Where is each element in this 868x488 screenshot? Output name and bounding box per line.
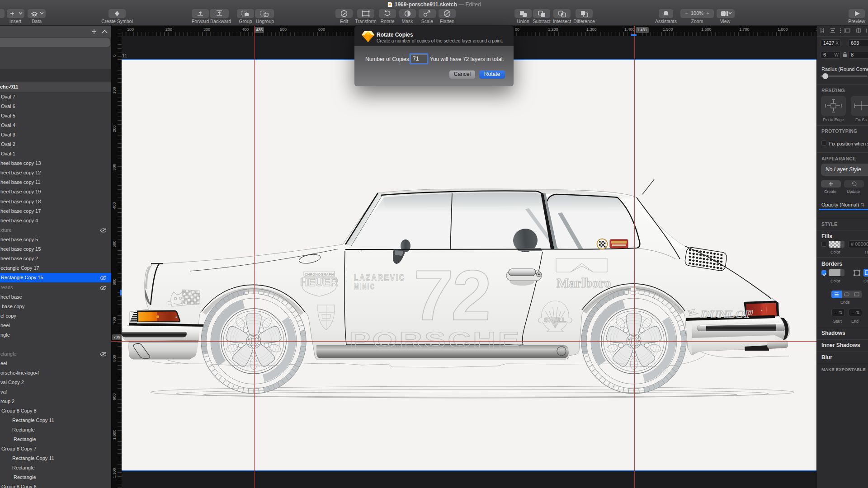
svg-text:HEUER: HEUER bbox=[300, 276, 338, 288]
svg-text:72: 72 bbox=[411, 255, 492, 335]
svg-text:SHELL: SHELL bbox=[544, 316, 566, 324]
svg-text:DUNLOP: DUNLOP bbox=[699, 308, 754, 320]
svg-text:LAZAREVIC: LAZAREVIC bbox=[354, 272, 406, 282]
svg-text:CHRONOGRAPH: CHRONOGRAPH bbox=[305, 272, 334, 277]
svg-text:MINIC: MINIC bbox=[354, 283, 375, 291]
svg-text:PORSCHE: PORSCHE bbox=[349, 327, 521, 352]
svg-text:Marlboro: Marlboro bbox=[557, 276, 611, 290]
